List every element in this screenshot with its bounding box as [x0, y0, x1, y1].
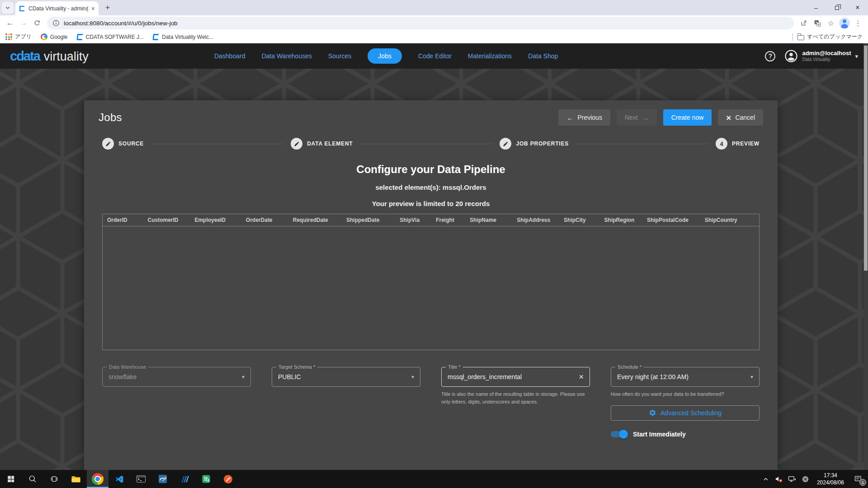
- notification-center-button[interactable]: 1: [849, 470, 868, 488]
- taskbar-clock[interactable]: 17:34 2024/08/06: [812, 472, 849, 486]
- clock-date: 2024/08/06: [817, 479, 844, 486]
- toggle-knob: [619, 430, 628, 439]
- schedule-column: Schedule * Every night (at 12:00 AM) ▾ H…: [611, 367, 760, 438]
- terminal-button[interactable]: [130, 470, 152, 488]
- step-connector: [151, 144, 283, 144]
- profile-button[interactable]: [838, 17, 851, 29]
- site-info-icon[interactable]: [52, 19, 60, 27]
- layers-app-button[interactable]: [174, 470, 195, 488]
- cancel-button[interactable]: × Cancel: [718, 109, 763, 126]
- reload-button[interactable]: [31, 17, 43, 29]
- logo[interactable]: cdata virtuality: [10, 49, 89, 64]
- open-in-new-icon: [800, 19, 807, 27]
- close-icon: ×: [726, 113, 731, 122]
- step-job-properties[interactable]: JOB PROPERTIES: [500, 138, 569, 150]
- step-preview[interactable]: 4 PREVIEW: [716, 138, 760, 150]
- nav-item-jobs[interactable]: Jobs: [368, 48, 402, 64]
- advanced-scheduling-button[interactable]: Advanced Scheduling: [611, 405, 760, 421]
- bookmark-apps[interactable]: アプリ: [5, 33, 32, 41]
- all-bookmarks-button[interactable]: すべてのブックマーク: [797, 33, 863, 41]
- notes-app-button[interactable]: [195, 470, 217, 488]
- previous-button[interactable]: ← Previous: [558, 109, 610, 126]
- header-right: ? admin@localhost Data Virtuality ▾: [765, 49, 858, 63]
- start-button[interactable]: [0, 470, 22, 488]
- misc-app-button[interactable]: [217, 470, 239, 488]
- data-warehouse-select[interactable]: Data Warehouse snowflake ▾: [102, 367, 251, 438]
- url-bar[interactable]: localhost:8080/account/#/u/0/jobs/new-jo…: [47, 17, 794, 29]
- task-view-button[interactable]: [43, 470, 65, 488]
- bookmark-label: Google: [50, 34, 68, 40]
- field-label: Title *: [446, 364, 463, 370]
- app-header: cdata virtuality Dashboard Data Warehous…: [0, 43, 868, 69]
- all-bookmarks-label: すべてのブックマーク: [807, 33, 863, 41]
- window-restore-button[interactable]: [826, 0, 847, 15]
- bookmark-cdata-software[interactable]: CDATA SOFTWARE J...: [77, 34, 144, 40]
- nav-item-materializations[interactable]: Materializations: [468, 52, 512, 60]
- start-immediately-toggle[interactable]: [611, 431, 627, 437]
- volume-muted-icon: [774, 474, 783, 483]
- column-header: OrderDate: [244, 217, 291, 223]
- create-now-button[interactable]: Create now: [663, 109, 712, 126]
- title-input[interactable]: [448, 373, 575, 380]
- help-button[interactable]: ?: [765, 51, 775, 61]
- new-tab-button[interactable]: +: [101, 1, 114, 14]
- scrollbar-thumb[interactable]: [864, 46, 868, 271]
- field-value: Every night (at 12:00 AM): [617, 373, 747, 380]
- network-button[interactable]: [786, 470, 799, 488]
- bookmark-google[interactable]: Google: [41, 33, 68, 40]
- browser-menu-button[interactable]: ⋮: [852, 17, 864, 29]
- nav-item-sources[interactable]: Sources: [328, 52, 351, 60]
- step-label: SOURCE: [118, 141, 144, 147]
- target-schema-select[interactable]: Target Schema * PUBLIC ▾: [272, 367, 420, 438]
- notification-badge: 1: [859, 479, 866, 486]
- chrome-icon: [92, 473, 104, 485]
- field-label: Target Schema *: [276, 364, 317, 370]
- forward-button[interactable]: →: [17, 17, 30, 29]
- column-header: ShipAddress: [515, 217, 562, 223]
- column-header: RequiredDate: [291, 217, 344, 223]
- wizard-stepper: SOURCE DATA ELEMENT JOB PROPERTIES 4 PRE…: [102, 138, 760, 150]
- step-connector: [576, 144, 708, 144]
- schedule-helper: How often do you want your data to be tr…: [611, 390, 760, 398]
- field-label: Schedule *: [615, 364, 644, 370]
- open-in-new-button[interactable]: [797, 17, 810, 29]
- url-text: localhost:8080/account/#/u/0/jobs/new-jo…: [64, 20, 177, 27]
- chrome-button[interactable]: [87, 470, 108, 488]
- user-menu[interactable]: admin@localhost Data Virtuality ▾: [784, 49, 858, 63]
- preview-table: OrderID CustomerID EmployeeID OrderDate …: [102, 214, 760, 350]
- search-button[interactable]: [22, 470, 43, 488]
- field-value: snowflake: [108, 373, 238, 380]
- vscode-button[interactable]: [108, 470, 130, 488]
- bookmark-star-button[interactable]: ☆: [825, 17, 837, 29]
- bookmark-data-virtuality[interactable]: Data Virtuality Welc...: [153, 34, 213, 40]
- status-button[interactable]: [799, 470, 812, 488]
- step-label: JOB PROPERTIES: [516, 141, 569, 147]
- tray-expand-button[interactable]: [760, 470, 773, 488]
- translate-button[interactable]: [811, 17, 824, 29]
- task-view-icon: [50, 474, 59, 483]
- tab-close-icon[interactable]: ×: [91, 5, 95, 12]
- nav-item-dashboard[interactable]: Dashboard: [214, 52, 245, 60]
- column-header: CustomerID: [146, 217, 193, 223]
- chevron-up-icon: [762, 475, 769, 483]
- arrow-left-icon: ←: [566, 114, 573, 121]
- bookmarks-bar: アプリ Google CDATA SOFTWARE J... Data Virt…: [0, 31, 868, 43]
- table-header-row: OrderID CustomerID EmployeeID OrderDate …: [103, 214, 759, 226]
- back-button[interactable]: ←: [4, 17, 16, 29]
- step-data-element[interactable]: DATA ELEMENT: [291, 138, 353, 150]
- window-menu-button[interactable]: [2, 2, 14, 14]
- window-close-button[interactable]: ×: [847, 0, 868, 15]
- nav-item-data-shop[interactable]: Data Shop: [528, 52, 558, 60]
- volume-button[interactable]: [773, 470, 786, 488]
- next-button[interactable]: Next →: [617, 109, 657, 126]
- database-tool-button[interactable]: [152, 470, 174, 488]
- browser-tab[interactable]: CData Virtuality - admin@locall ×: [15, 1, 99, 15]
- window-minimize-button[interactable]: –: [806, 0, 826, 15]
- nav-item-code-editor[interactable]: Code Editor: [418, 52, 452, 60]
- clear-title-icon[interactable]: ×: [579, 373, 584, 381]
- step-source[interactable]: SOURCE: [102, 138, 144, 150]
- page-scrollbar[interactable]: [863, 43, 868, 470]
- nav-item-data-warehouses[interactable]: Data Warehouses: [261, 52, 312, 60]
- file-explorer-button[interactable]: [65, 470, 87, 488]
- page-title: Jobs: [99, 111, 122, 124]
